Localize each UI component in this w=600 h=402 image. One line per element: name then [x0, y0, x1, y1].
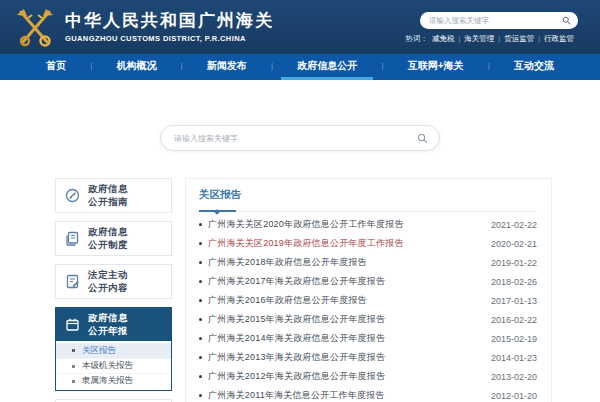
page: 中华人民共和国广州海关 GUANGZHOU CUSTOMS DISTRICT, …	[0, 0, 600, 402]
site-subtitle: GUANGZHOU CUSTOMS DISTRICT, P.R.CHINA	[65, 34, 274, 43]
report-row[interactable]: 广州海关2013年海关政府信息公开年度报告2014-01-23	[199, 348, 537, 367]
calendar-icon	[65, 317, 80, 332]
report-date: 2016-02-22	[491, 315, 537, 325]
sidebar-item-button[interactable]: 政府信息公开制度	[56, 222, 171, 255]
report-row[interactable]: 广州海关2014年海关政府信息公开年度报告2015-02-19	[199, 329, 537, 348]
report-row[interactable]: 广州海关2018年政府信息公开年度报告2019-01-22	[199, 253, 537, 272]
nav-separator: |	[381, 54, 383, 80]
nav-separator: |	[181, 54, 183, 80]
hotwords-list: 减免税|海关管理|货运监管|行政监管	[428, 34, 578, 44]
sidebar: 政府信息公开指南政府信息公开制度法定主动公开内容政府信息公开年报关区报告本级机关…	[55, 178, 172, 402]
banner-search-input[interactable]	[174, 134, 417, 143]
sidebar-item-4: 政府信息公开年报关区报告本级机关报告隶属海关报告	[55, 307, 172, 391]
report-date: 2021-02-22	[491, 220, 537, 230]
sidebar-item-label: 政府信息公开年报	[88, 312, 128, 337]
header-right: 热词： 减免税|海关管理|货运监管|行政监管	[406, 10, 578, 44]
report-date: 2018-02-26	[491, 277, 537, 287]
banner	[0, 80, 600, 178]
report-link[interactable]: 广州海关2011年海关信息公开工作年度报告	[208, 389, 481, 402]
sidebar-item-label: 法定主动公开内容	[88, 269, 128, 294]
header-search[interactable]	[420, 12, 578, 29]
report-row[interactable]: 广州海关关区2020年政府信息公开工作年度报告2021-02-22	[199, 215, 537, 234]
main-area: 政府信息公开指南政府信息公开制度法定主动公开内容政府信息公开年报关区报告本级机关…	[55, 178, 552, 402]
report-link[interactable]: 广州海关关区2019年政府信息公开年度工作报告	[208, 237, 481, 250]
report-link[interactable]: 广州海关2015年海关政府信息公开年度报告	[208, 313, 481, 326]
site-title-block: 中华人民共和国广州海关 GUANGZHOU CUSTOMS DISTRICT, …	[65, 11, 274, 43]
hotwords-label: 热词：	[406, 34, 429, 44]
report-list: 广州海关关区2020年政府信息公开工作年度报告2021-02-22广州海关关区2…	[199, 212, 537, 402]
report-link[interactable]: 广州海关2017年海关政府信息公开年度报告	[208, 275, 481, 288]
report-row[interactable]: 广州海关2017年海关政府信息公开年度报告2018-02-26	[199, 272, 537, 291]
sidebar-item-1: 政府信息公开指南	[55, 178, 172, 213]
document-edit-icon	[65, 274, 80, 289]
site-header: 中华人民共和国广州海关 GUANGZHOU CUSTOMS DISTRICT, …	[0, 0, 600, 54]
header-search-input[interactable]	[429, 16, 562, 25]
nav-item-2[interactable]: 机构概况	[100, 54, 172, 80]
hotword-link[interactable]: 行政监管	[544, 34, 574, 43]
report-date: 2014-01-23	[491, 353, 537, 363]
sidebar-subitem-1[interactable]: 关区报告	[56, 343, 171, 358]
hotword-separator: |	[538, 35, 540, 42]
sidebar-subitem-3[interactable]: 隶属海关报告	[56, 373, 171, 388]
report-date: 2015-02-19	[491, 334, 537, 344]
sidebar-item-button[interactable]: 政府信息公开指南	[56, 179, 171, 212]
report-link[interactable]: 广州海关2018年政府信息公开年度报告	[208, 256, 481, 269]
nav-separator: |	[271, 54, 273, 80]
nav-item-4[interactable]: 政府信息公开	[281, 54, 373, 80]
nav-separator: |	[90, 54, 92, 80]
hotwords: 热词： 减免税|海关管理|货运监管|行政监管	[406, 34, 578, 44]
report-row[interactable]: 广州海关关区2019年政府信息公开年度工作报告2020-02-21	[199, 234, 537, 253]
hotword-separator: |	[498, 35, 500, 42]
section-title: 关区报告	[199, 188, 537, 212]
compass-icon	[65, 188, 80, 203]
nav-item-5[interactable]: 互联网+海关	[392, 54, 480, 80]
report-date: 2017-01-13	[491, 296, 537, 306]
nav-separator: |	[488, 54, 490, 80]
sidebar-item-label: 政府信息公开制度	[88, 226, 128, 251]
nav-item-6[interactable]: 互动交流	[498, 54, 570, 80]
report-link[interactable]: 广州海关2013年海关政府信息公开年度报告	[208, 351, 481, 364]
sidebar-item-button[interactable]: 法定主动公开内容	[56, 265, 171, 298]
sidebar-subitem-2[interactable]: 本级机关报告	[56, 358, 171, 373]
nav-item-3[interactable]: 新闻发布	[191, 54, 263, 80]
report-link[interactable]: 广州海关2014年海关政府信息公开年度报告	[208, 332, 481, 345]
report-row[interactable]: 广州海关2011年海关信息公开工作年度报告2012-01-20	[199, 386, 537, 402]
search-icon[interactable]	[417, 133, 428, 144]
sidebar-item-3: 法定主动公开内容	[55, 264, 172, 299]
hotword-link[interactable]: 减免税	[432, 34, 455, 43]
report-row[interactable]: 广州海关2015年海关政府信息公开年度报告2016-02-22	[199, 310, 537, 329]
report-row[interactable]: 广州海关2016年政府信息公开年度报告2017-01-13	[199, 291, 537, 310]
main-nav: 首页|机构概况|新闻发布|政府信息公开|互联网+海关|互动交流	[0, 54, 600, 80]
report-link[interactable]: 广州海关关区2020年政府信息公开工作年度报告	[208, 218, 481, 231]
site-title: 中华人民共和国广州海关	[65, 11, 274, 31]
customs-emblem-icon	[14, 5, 56, 49]
hotword-separator: |	[459, 35, 461, 42]
report-date: 2013-02-20	[491, 372, 537, 382]
sidebar-item-label: 政府信息公开指南	[88, 183, 128, 208]
nav-item-1[interactable]: 首页	[30, 54, 82, 80]
report-row[interactable]: 广州海关2012年海关政府信息公开年度报告2013-02-20	[199, 367, 537, 386]
report-date: 2020-02-21	[491, 239, 537, 249]
banner-search[interactable]	[160, 125, 440, 151]
sidebar-item-2: 政府信息公开制度	[55, 221, 172, 256]
report-date: 2019-01-22	[491, 258, 537, 268]
sidebar-item-button[interactable]: 政府信息公开年报	[56, 308, 171, 341]
sidebar-sublist: 关区报告本级机关报告隶属海关报告	[56, 341, 171, 390]
report-link[interactable]: 广州海关2012年海关政府信息公开年度报告	[208, 370, 481, 383]
hotword-link[interactable]: 海关管理	[464, 34, 494, 43]
documents-icon	[65, 231, 80, 246]
report-date: 2012-01-20	[491, 391, 537, 401]
search-icon[interactable]	[562, 16, 571, 25]
content-panel: 关区报告 广州海关关区2020年政府信息公开工作年度报告2021-02-22广州…	[185, 178, 552, 402]
report-link[interactable]: 广州海关2016年政府信息公开年度报告	[208, 294, 481, 307]
hotword-link[interactable]: 货运监管	[504, 34, 534, 43]
